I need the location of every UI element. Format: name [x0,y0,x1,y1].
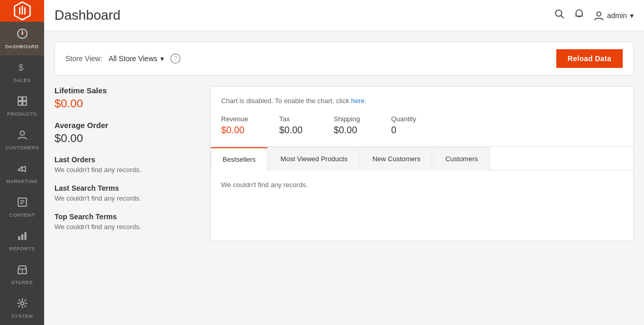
last-orders-note: We couldn't find any records. [54,166,200,174]
sidebar-item-products[interactable]: PRODUCTS [0,89,44,123]
logo [0,0,44,22]
content-icon [17,196,28,209]
average-order-title: Average Order [54,121,200,130]
top-search-terms-section: Top Search Terms We couldn't find any re… [54,213,200,231]
average-order-value: $0.00 [54,132,200,145]
store-view-bar: Store View: All Store Views ▾ ? Reload D… [54,41,634,76]
sidebar-item-label: REPORTS [9,246,35,251]
store-view-label: Store View: [65,54,102,63]
svg-rect-6 [23,102,26,105]
tab-content: We couldn't find any records. [211,170,633,199]
svg-rect-14 [24,232,26,240]
chart-enable-link[interactable]: here. [351,97,367,105]
header: Dashboard admin [44,0,644,31]
svg-point-7 [20,131,24,135]
sales-icon: $ [17,62,28,75]
tab-most-viewed-products[interactable]: Most Viewed Products [269,147,360,171]
sidebar-item-label: PRODUCTS [7,111,37,117]
sidebar-item-stores[interactable]: STORES [0,258,44,291]
store-view-select[interactable]: All Store Views ▾ [108,54,164,63]
svg-point-17 [21,302,24,305]
svg-rect-13 [21,234,23,240]
tab-customers[interactable]: Customers [433,147,490,171]
sidebar-item-label: DASHBOARD [5,44,39,49]
sidebar-sections: Last Orders We couldn't find any records… [54,156,200,231]
svg-rect-12 [18,236,20,240]
stat-tax: Tax $0.00 [279,115,303,136]
tab-new-customers[interactable]: New Customers [361,147,432,171]
stat-label: Quantity [391,115,416,123]
last-search-terms-section: Last Search Terms We couldn't find any r… [54,184,200,202]
lifetime-sales-section: Lifetime Sales $0.00 [54,86,200,110]
reports-icon [17,230,28,243]
sidebar-item-label: MARKETING [6,178,38,184]
last-search-terms-note: We couldn't find any records. [54,194,200,202]
reload-data-button[interactable]: Reload Data [556,49,623,68]
header-actions: admin ▾ [554,9,634,22]
user-name: admin [607,11,627,20]
system-icon [17,298,28,310]
svg-rect-3 [18,97,22,101]
search-icon[interactable] [554,9,565,22]
left-panel: Lifetime Sales $0.00 Average Order $0.00… [54,86,200,241]
svg-line-19 [561,16,564,18]
right-panel: Chart is disabled. To enable the chart, … [210,86,634,241]
sidebar-item-label: STORES [11,279,33,285]
marketing-icon [17,163,28,176]
store-view-dropdown-icon: ▾ [160,54,164,63]
sidebar-item-system[interactable]: SYSTEM [0,291,44,325]
sidebar-item-label: CONTENT [9,212,35,218]
sidebar-item-label: SYSTEM [11,313,33,319]
sidebar-item-dashboard[interactable]: DASHBOARD [0,22,44,55]
stat-quantity: Quantity 0 [391,115,416,136]
svg-point-1 [21,33,23,35]
svg-rect-5 [18,102,22,105]
user-icon [594,10,604,21]
dashboard-icon [17,28,28,41]
content-area: Store View: All Store Views ▾ ? Reload D… [44,31,644,325]
stat-label: Revenue [221,115,248,123]
customers-icon [17,129,28,142]
sidebar-item-customers[interactable]: CUSTOMERS [0,123,44,157]
user-menu[interactable]: admin ▾ [594,10,634,21]
sidebar-item-reports[interactable]: REPORTS [0,224,44,258]
stat-label: Tax [279,115,303,123]
last-orders-title: Last Orders [54,156,200,164]
stat-shipping: Shipping $0.00 [334,115,360,136]
stat-value: $0.00 [279,125,303,136]
stat-value: $0.00 [221,125,248,136]
sidebar-item-label: CUSTOMERS [5,145,39,150]
top-search-terms-title: Top Search Terms [54,213,200,221]
svg-point-21 [597,12,601,16]
products-icon [17,95,28,108]
stats-row: Revenue $0.00 Tax $0.00 Shipping $0.00 Q… [211,110,633,146]
stat-value: 0 [391,125,416,136]
stat-value: $0.00 [334,125,360,136]
last-orders-section: Last Orders We couldn't find any records… [54,156,200,174]
page-title: Dashboard [54,7,120,23]
sidebar-item-content[interactable]: CONTENT [0,190,44,224]
store-view-selected: All Store Views [108,54,157,63]
notification-icon[interactable] [574,9,584,22]
tab-bestsellers[interactable]: Bestsellers [211,147,268,171]
tab-empty-message: We couldn't find any records. [221,181,308,189]
dashboard-grid: Lifetime Sales $0.00 Average Order $0.00… [54,86,634,241]
sidebar-item-sales[interactable]: $ SALES [0,55,44,89]
svg-rect-4 [23,97,26,101]
svg-text:$: $ [19,63,23,72]
tabs-container: BestsellersMost Viewed ProductsNew Custo… [211,146,633,199]
help-icon[interactable]: ? [170,53,181,64]
store-view-left: Store View: All Store Views ▾ ? [65,53,181,64]
tabs-header: BestsellersMost Viewed ProductsNew Custo… [211,147,633,170]
stores-icon [17,264,28,277]
sidebar: DASHBOARD $ SALES PRODUCTS CUSTOM [0,0,44,325]
sidebar-item-marketing[interactable]: MARKETING [0,157,44,190]
main-content: Dashboard admin [44,0,644,325]
lifetime-sales-title: Lifetime Sales [54,86,200,95]
lifetime-sales-value: $0.00 [54,97,200,110]
top-search-terms-note: We couldn't find any records. [54,223,200,231]
sidebar-item-label: SALES [13,77,31,83]
stat-label: Shipping [334,115,360,123]
chart-disabled-message: Chart is disabled. To enable the chart, … [211,87,633,110]
user-dropdown-icon: ▾ [630,11,634,20]
